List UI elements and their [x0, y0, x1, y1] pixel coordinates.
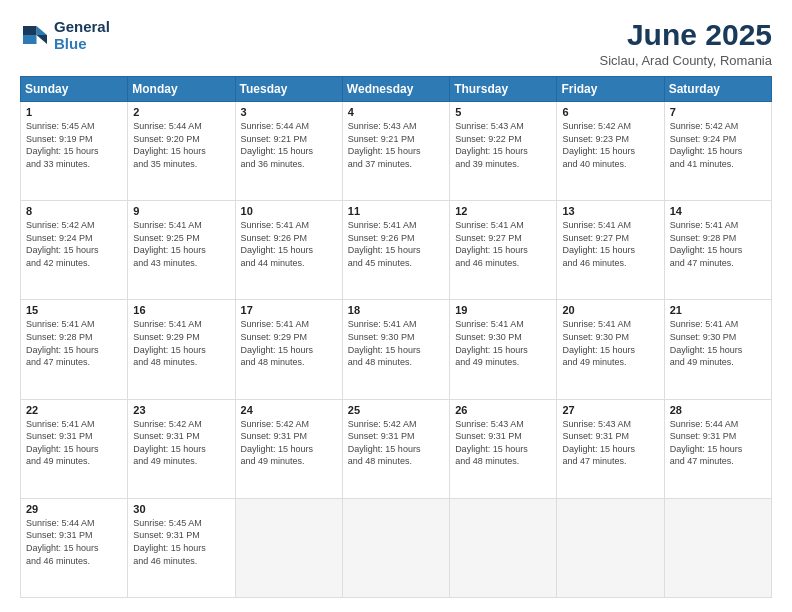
table-row: 27Sunrise: 5:43 AMSunset: 9:31 PMDayligh…	[557, 399, 664, 498]
page: General Blue June 2025 Siclau, Arad Coun…	[0, 0, 792, 612]
week-row: 15Sunrise: 5:41 AMSunset: 9:28 PMDayligh…	[21, 300, 772, 399]
table-row: 29Sunrise: 5:44 AMSunset: 9:31 PMDayligh…	[21, 498, 128, 597]
table-row	[450, 498, 557, 597]
table-row: 14Sunrise: 5:41 AMSunset: 9:28 PMDayligh…	[664, 201, 771, 300]
svg-rect-3	[23, 26, 37, 35]
day-number: 19	[455, 304, 551, 316]
day-number: 17	[241, 304, 337, 316]
day-info: Sunrise: 5:41 AMSunset: 9:28 PMDaylight:…	[26, 318, 122, 368]
table-row: 17Sunrise: 5:41 AMSunset: 9:29 PMDayligh…	[235, 300, 342, 399]
table-row: 13Sunrise: 5:41 AMSunset: 9:27 PMDayligh…	[557, 201, 664, 300]
logo-icon	[20, 20, 50, 50]
header-row: Sunday Monday Tuesday Wednesday Thursday…	[21, 77, 772, 102]
day-number: 22	[26, 404, 122, 416]
day-number: 30	[133, 503, 229, 515]
day-info: Sunrise: 5:41 AMSunset: 9:26 PMDaylight:…	[348, 219, 444, 269]
table-row	[664, 498, 771, 597]
day-number: 9	[133, 205, 229, 217]
day-number: 11	[348, 205, 444, 217]
day-number: 25	[348, 404, 444, 416]
day-info: Sunrise: 5:41 AMSunset: 9:30 PMDaylight:…	[562, 318, 658, 368]
day-info: Sunrise: 5:41 AMSunset: 9:27 PMDaylight:…	[562, 219, 658, 269]
title-block: June 2025 Siclau, Arad County, Romania	[600, 18, 772, 68]
table-row: 21Sunrise: 5:41 AMSunset: 9:30 PMDayligh…	[664, 300, 771, 399]
day-number: 3	[241, 106, 337, 118]
table-row: 5Sunrise: 5:43 AMSunset: 9:22 PMDaylight…	[450, 102, 557, 201]
table-row: 25Sunrise: 5:42 AMSunset: 9:31 PMDayligh…	[342, 399, 449, 498]
day-number: 8	[26, 205, 122, 217]
day-info: Sunrise: 5:44 AMSunset: 9:20 PMDaylight:…	[133, 120, 229, 170]
table-row: 19Sunrise: 5:41 AMSunset: 9:30 PMDayligh…	[450, 300, 557, 399]
table-row: 30Sunrise: 5:45 AMSunset: 9:31 PMDayligh…	[128, 498, 235, 597]
col-thursday: Thursday	[450, 77, 557, 102]
day-number: 5	[455, 106, 551, 118]
day-number: 21	[670, 304, 766, 316]
week-row: 29Sunrise: 5:44 AMSunset: 9:31 PMDayligh…	[21, 498, 772, 597]
day-info: Sunrise: 5:43 AMSunset: 9:21 PMDaylight:…	[348, 120, 444, 170]
day-info: Sunrise: 5:41 AMSunset: 9:27 PMDaylight:…	[455, 219, 551, 269]
day-info: Sunrise: 5:44 AMSunset: 9:31 PMDaylight:…	[26, 517, 122, 567]
table-row: 10Sunrise: 5:41 AMSunset: 9:26 PMDayligh…	[235, 201, 342, 300]
table-row: 28Sunrise: 5:44 AMSunset: 9:31 PMDayligh…	[664, 399, 771, 498]
day-info: Sunrise: 5:42 AMSunset: 9:24 PMDaylight:…	[670, 120, 766, 170]
calendar-table: Sunday Monday Tuesday Wednesday Thursday…	[20, 76, 772, 598]
col-monday: Monday	[128, 77, 235, 102]
table-row: 4Sunrise: 5:43 AMSunset: 9:21 PMDaylight…	[342, 102, 449, 201]
table-row: 6Sunrise: 5:42 AMSunset: 9:23 PMDaylight…	[557, 102, 664, 201]
table-row: 26Sunrise: 5:43 AMSunset: 9:31 PMDayligh…	[450, 399, 557, 498]
table-row: 1Sunrise: 5:45 AMSunset: 9:19 PMDaylight…	[21, 102, 128, 201]
day-number: 26	[455, 404, 551, 416]
table-row	[235, 498, 342, 597]
col-friday: Friday	[557, 77, 664, 102]
day-info: Sunrise: 5:42 AMSunset: 9:31 PMDaylight:…	[241, 418, 337, 468]
day-info: Sunrise: 5:41 AMSunset: 9:25 PMDaylight:…	[133, 219, 229, 269]
day-number: 24	[241, 404, 337, 416]
week-row: 1Sunrise: 5:45 AMSunset: 9:19 PMDaylight…	[21, 102, 772, 201]
table-row: 7Sunrise: 5:42 AMSunset: 9:24 PMDaylight…	[664, 102, 771, 201]
day-info: Sunrise: 5:45 AMSunset: 9:19 PMDaylight:…	[26, 120, 122, 170]
day-number: 16	[133, 304, 229, 316]
col-wednesday: Wednesday	[342, 77, 449, 102]
header: General Blue June 2025 Siclau, Arad Coun…	[20, 18, 772, 68]
day-number: 1	[26, 106, 122, 118]
day-info: Sunrise: 5:41 AMSunset: 9:28 PMDaylight:…	[670, 219, 766, 269]
day-info: Sunrise: 5:41 AMSunset: 9:29 PMDaylight:…	[241, 318, 337, 368]
table-row: 3Sunrise: 5:44 AMSunset: 9:21 PMDaylight…	[235, 102, 342, 201]
day-info: Sunrise: 5:45 AMSunset: 9:31 PMDaylight:…	[133, 517, 229, 567]
day-info: Sunrise: 5:41 AMSunset: 9:26 PMDaylight:…	[241, 219, 337, 269]
day-number: 28	[670, 404, 766, 416]
week-row: 8Sunrise: 5:42 AMSunset: 9:24 PMDaylight…	[21, 201, 772, 300]
day-number: 7	[670, 106, 766, 118]
day-number: 4	[348, 106, 444, 118]
col-tuesday: Tuesday	[235, 77, 342, 102]
day-number: 13	[562, 205, 658, 217]
day-info: Sunrise: 5:41 AMSunset: 9:30 PMDaylight:…	[348, 318, 444, 368]
table-row: 2Sunrise: 5:44 AMSunset: 9:20 PMDaylight…	[128, 102, 235, 201]
day-number: 2	[133, 106, 229, 118]
day-info: Sunrise: 5:42 AMSunset: 9:31 PMDaylight:…	[348, 418, 444, 468]
day-info: Sunrise: 5:42 AMSunset: 9:24 PMDaylight:…	[26, 219, 122, 269]
day-number: 29	[26, 503, 122, 515]
table-row	[557, 498, 664, 597]
table-row: 22Sunrise: 5:41 AMSunset: 9:31 PMDayligh…	[21, 399, 128, 498]
day-number: 20	[562, 304, 658, 316]
day-info: Sunrise: 5:44 AMSunset: 9:21 PMDaylight:…	[241, 120, 337, 170]
day-info: Sunrise: 5:43 AMSunset: 9:31 PMDaylight:…	[455, 418, 551, 468]
table-row: 15Sunrise: 5:41 AMSunset: 9:28 PMDayligh…	[21, 300, 128, 399]
table-row: 18Sunrise: 5:41 AMSunset: 9:30 PMDayligh…	[342, 300, 449, 399]
day-number: 12	[455, 205, 551, 217]
day-info: Sunrise: 5:43 AMSunset: 9:31 PMDaylight:…	[562, 418, 658, 468]
week-row: 22Sunrise: 5:41 AMSunset: 9:31 PMDayligh…	[21, 399, 772, 498]
table-row: 24Sunrise: 5:42 AMSunset: 9:31 PMDayligh…	[235, 399, 342, 498]
day-info: Sunrise: 5:41 AMSunset: 9:31 PMDaylight:…	[26, 418, 122, 468]
day-info: Sunrise: 5:43 AMSunset: 9:22 PMDaylight:…	[455, 120, 551, 170]
day-info: Sunrise: 5:41 AMSunset: 9:30 PMDaylight:…	[670, 318, 766, 368]
day-number: 6	[562, 106, 658, 118]
table-row: 16Sunrise: 5:41 AMSunset: 9:29 PMDayligh…	[128, 300, 235, 399]
day-info: Sunrise: 5:41 AMSunset: 9:29 PMDaylight:…	[133, 318, 229, 368]
day-info: Sunrise: 5:44 AMSunset: 9:31 PMDaylight:…	[670, 418, 766, 468]
svg-rect-4	[23, 35, 37, 44]
day-number: 18	[348, 304, 444, 316]
col-saturday: Saturday	[664, 77, 771, 102]
table-row: 9Sunrise: 5:41 AMSunset: 9:25 PMDaylight…	[128, 201, 235, 300]
